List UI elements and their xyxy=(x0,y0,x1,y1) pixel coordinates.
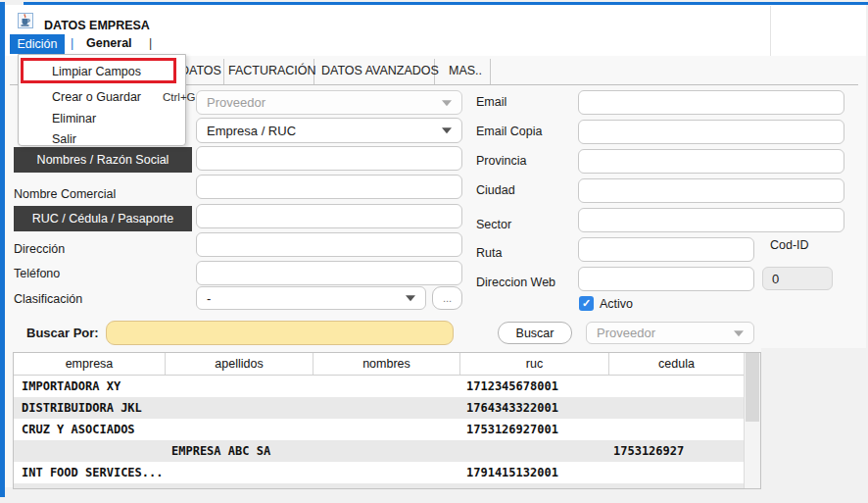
tab-datos-avanzados[interactable]: DATOS AVANZADOS xyxy=(321,64,439,77)
table-scrollbar-thumb[interactable] xyxy=(746,353,759,422)
cod-id-label: Cod-ID xyxy=(770,238,809,252)
java-app-icon xyxy=(18,13,33,28)
direccion-label: Dirección xyxy=(14,242,65,256)
ruta-label: Ruta xyxy=(476,246,502,260)
provincia-label: Provincia xyxy=(476,154,526,168)
buscar-button[interactable]: Buscar xyxy=(498,322,572,344)
check-icon: ✓ xyxy=(582,298,591,309)
table-header-row: empresa apellidos nombres ruc cedula xyxy=(14,353,745,376)
cell-apellidos: EMPRESA ABC SA xyxy=(166,444,313,458)
annotation-highlight-rect xyxy=(21,58,176,83)
table-row[interactable]: CRUZ Y ASOCIADOS 1753126927001 xyxy=(14,419,745,440)
menu-general[interactable]: General xyxy=(86,36,132,50)
nombre-comercial-input[interactable] xyxy=(196,175,462,199)
clasificacion-label: Clasificación xyxy=(14,292,82,306)
ciudad-label: Ciudad xyxy=(476,183,515,197)
tab-separator xyxy=(490,59,491,84)
buscar-por-label: Buscar Por: xyxy=(26,326,99,340)
sector-input[interactable] xyxy=(578,208,844,232)
chevron-down-icon xyxy=(406,295,415,301)
cod-id-value-field xyxy=(762,267,833,290)
nombres-razon-social-button[interactable]: Nombres / Razón Social xyxy=(14,147,192,173)
menu-edicion[interactable]: Edición xyxy=(10,34,65,54)
provincia-input[interactable] xyxy=(578,149,844,174)
buscar-proveedor-combo: Proveedor xyxy=(586,322,754,344)
nombre-comercial-label: Nombre Comercial xyxy=(14,187,116,201)
direccion-web-input[interactable] xyxy=(578,267,754,291)
buscar-proveedor-combo-value: Proveedor xyxy=(597,326,655,340)
chevron-down-icon xyxy=(734,330,744,336)
tab-facturacion[interactable]: FACTURACIÓN xyxy=(228,64,316,77)
column-header-cedula[interactable]: cedula xyxy=(609,353,745,375)
header-right-separator xyxy=(770,6,771,56)
cell-cedula: 1753126927 xyxy=(609,444,745,458)
column-header-apellidos[interactable]: apellidos xyxy=(166,353,313,375)
table-row[interactable]: DISTRIBUIDORA JKL 1764343322001 xyxy=(14,397,745,419)
ruc-cedula-pasaporte-input[interactable] xyxy=(196,204,462,228)
email-copia-input[interactable] xyxy=(578,120,844,144)
direccion-web-label: Direccion Web xyxy=(476,276,555,289)
cell-ruc: 1753126927001 xyxy=(460,423,609,436)
column-header-empresa[interactable]: empresa xyxy=(14,353,166,375)
content-right-filler xyxy=(761,348,866,487)
menu-shortcut-ctrl-g: Ctrl+G xyxy=(163,91,196,103)
cell-ruc: 1764343322001 xyxy=(460,401,609,415)
table-row[interactable]: IMPORTADORA XY 1712345678001 xyxy=(14,376,745,397)
tab-separator xyxy=(223,59,224,84)
window-title: DATOS EMPRESA xyxy=(44,19,150,32)
cell-empresa: IMPORTADORA XY xyxy=(14,379,166,393)
menu-item-crear-o-guardar[interactable]: Crear o Guardar xyxy=(52,90,141,104)
email-label: Email xyxy=(476,95,506,109)
tipo-busqueda-combo-value: Empresa / RUC xyxy=(207,124,296,138)
clasificacion-combo-value: - xyxy=(207,291,211,306)
menu-item-salir[interactable]: Salir xyxy=(52,132,76,146)
menubar-separator-2: | xyxy=(149,36,152,50)
title-bar: DATOS EMPRESA xyxy=(5,5,866,32)
tab-mas[interactable]: MAS.. xyxy=(449,64,482,77)
results-table: empresa apellidos nombres ruc cedula IMP… xyxy=(13,352,761,489)
ruta-input[interactable] xyxy=(578,237,754,262)
activo-checkbox[interactable]: ✓ xyxy=(579,296,594,311)
menubar-separator-1: | xyxy=(71,36,73,50)
nombres-razon-social-input[interactable] xyxy=(196,146,462,171)
table-row[interactable]: INT FOOD SERVICES... 1791415132001 xyxy=(14,462,745,483)
cell-ruc: 1791415132001 xyxy=(460,466,609,479)
proveedor-combo-value: Proveedor xyxy=(207,95,265,110)
chevron-down-icon xyxy=(442,100,452,106)
tipo-busqueda-combo[interactable]: Empresa / RUC xyxy=(196,118,462,143)
table-row-selected[interactable]: EMPRESA ABC SA 1753126927 xyxy=(14,440,745,462)
cell-ruc: 1712345678001 xyxy=(460,379,609,393)
cell-empresa: SEGUROS EQUINOCCI xyxy=(14,487,166,489)
clasificacion-combo[interactable]: - xyxy=(196,286,426,310)
telefono-input[interactable] xyxy=(196,261,462,285)
telefono-label: Teléfono xyxy=(14,267,60,280)
cell-empresa: CRUZ Y ASOCIADOS xyxy=(14,423,166,436)
table-scrollbar[interactable] xyxy=(744,353,760,488)
clasificacion-more-button[interactable]: ... xyxy=(432,286,462,310)
column-header-nombres[interactable]: nombres xyxy=(313,353,460,375)
buscar-por-input[interactable] xyxy=(106,321,454,345)
email-input[interactable] xyxy=(578,90,844,115)
proveedor-combo: Proveedor xyxy=(196,90,462,115)
sector-label: Sector xyxy=(476,218,511,231)
direccion-input[interactable] xyxy=(196,232,462,257)
datos-empresa-window: DATOS EMPRESA Edición | General | DATOS … xyxy=(0,0,868,503)
table-row[interactable]: SEGUROS EQUINOCCI 1790007502001 xyxy=(14,483,745,489)
menu-item-eliminar[interactable]: Eliminar xyxy=(52,112,96,126)
chevron-down-icon xyxy=(442,127,452,133)
ruc-cedula-pasaporte-button[interactable]: RUC / Cédula / Pasaporte xyxy=(14,206,192,231)
cell-ruc: 1790007502001 xyxy=(460,487,609,489)
email-copia-label: Email Copia xyxy=(476,125,542,138)
ciudad-input[interactable] xyxy=(578,178,844,203)
column-header-ruc[interactable]: ruc xyxy=(460,353,609,375)
tab-datos[interactable]: DATOS xyxy=(180,64,221,77)
menu-bar xyxy=(5,32,866,56)
cell-empresa: INT FOOD SERVICES... xyxy=(14,466,166,479)
activo-label: Activo xyxy=(600,297,633,311)
window-left-border xyxy=(0,2,5,497)
cell-empresa: DISTRIBUIDORA JKL xyxy=(14,401,166,415)
